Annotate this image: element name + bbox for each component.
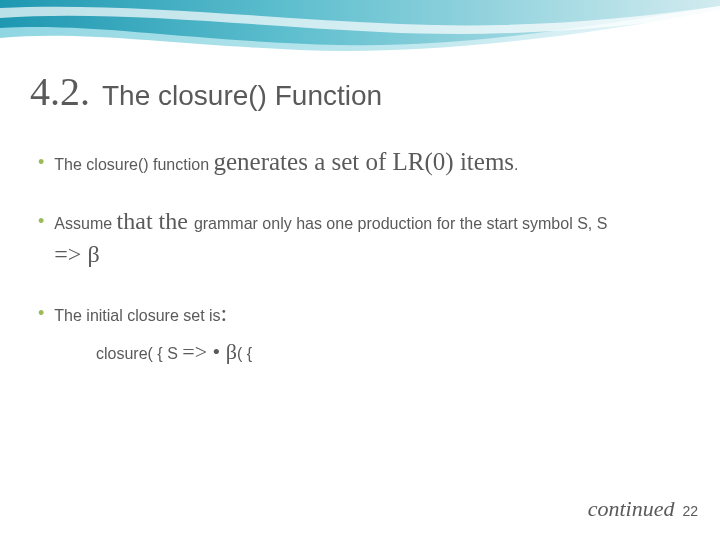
title-text: The closure() Function xyxy=(102,80,382,112)
page-number: 22 xyxy=(682,503,698,519)
continued-label: continued xyxy=(588,496,675,522)
bullet-3-text: The initial closure set is: xyxy=(54,298,227,331)
bullet-2: • Assume that the grammar only has one p… xyxy=(38,206,690,272)
slide-title: 4.2. The closure() Function xyxy=(30,68,690,115)
bullet-1: • The closure() function generates a set… xyxy=(38,147,690,180)
slide-footer: continued 22 xyxy=(588,496,698,522)
closure-expression: closure( { S => • β( { xyxy=(96,339,690,365)
bullet-marker-icon: • xyxy=(38,206,44,236)
bullet-marker-icon: • xyxy=(38,147,44,177)
bullet-1-text: The closure() function generates a set o… xyxy=(54,147,518,180)
bullet-3: • The initial closure set is: xyxy=(38,298,690,331)
bullet-marker-icon: • xyxy=(38,298,44,328)
section-number: 4.2. xyxy=(30,68,90,115)
bullet-2-text: Assume that the grammar only has one pro… xyxy=(54,206,607,272)
